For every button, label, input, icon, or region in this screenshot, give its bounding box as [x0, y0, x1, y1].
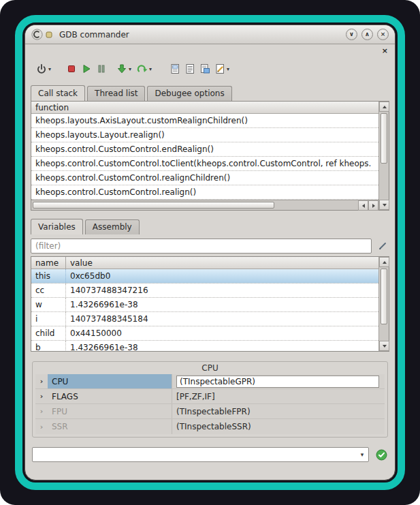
send-command-button[interactable] — [374, 448, 388, 461]
shade-icon: ∨ — [349, 31, 354, 37]
view-memory-button[interactable] — [198, 61, 212, 77]
dock-header: × — [25, 44, 395, 57]
register-name: SSR — [48, 419, 172, 434]
variable-name: i — [31, 312, 66, 326]
chevron-down-icon: ▾ — [361, 451, 364, 458]
document-edit-icon — [214, 63, 225, 74]
dock-close-button[interactable]: × — [382, 47, 388, 55]
variable-name: child — [31, 326, 66, 340]
step-into-button[interactable]: ▾ — [115, 61, 133, 77]
filter-input[interactable] — [31, 239, 372, 254]
tab-variables[interactable]: Variables — [31, 219, 83, 234]
view-list-button[interactable] — [183, 61, 197, 77]
register-row[interactable]: › FPU (TInspectableFPR) — [35, 404, 385, 419]
register-value-cell — [172, 374, 385, 388]
clear-filter-button[interactable] — [376, 239, 389, 253]
power-button[interactable]: ▾ — [35, 61, 52, 77]
command-combobox[interactable]: ▾ — [32, 447, 369, 462]
vertical-scrollbar[interactable] — [378, 102, 389, 210]
step-over-icon — [137, 63, 148, 74]
callstack-rows: kheops.layouts.AxisLayout.customRealignC… — [31, 114, 378, 200]
scroll-down-button[interactable] — [379, 341, 389, 351]
expander-icon[interactable]: › — [35, 408, 48, 415]
register-row[interactable]: › FLAGS [PF,ZF,IF] — [35, 389, 385, 404]
variable-row[interactable]: i 140737488345184 — [31, 312, 378, 326]
power-dropdown-icon[interactable]: ▾ — [48, 66, 51, 72]
document-icon — [169, 63, 180, 74]
register-name: CPU — [48, 374, 172, 388]
column-header-value[interactable]: value — [66, 257, 97, 269]
variable-value: 140737488345184 — [66, 312, 378, 326]
step-into-icon — [116, 63, 127, 74]
variables-rows: this 0xc65db0 cc 140737488347216 w 1.432… — [31, 269, 378, 351]
expander-icon[interactable]: › — [35, 393, 48, 400]
arrow-right-icon — [372, 204, 375, 208]
view-custom-button[interactable]: ▾ — [213, 61, 231, 77]
app-icon — [31, 29, 43, 40]
register-row[interactable]: › CPU — [35, 374, 385, 389]
gdb-commander-window: GDB commander ∨ ∧ × × ▾ — [25, 25, 395, 480]
expander-icon[interactable]: › — [35, 378, 48, 385]
callstack-frame-row[interactable]: kheops.control.CustomControl.toClient(kh… — [31, 157, 378, 171]
tab-thread-list[interactable]: Thread list — [87, 86, 145, 101]
scrollbar-thumb[interactable] — [381, 113, 387, 164]
step-over-dropdown-icon[interactable]: ▾ — [149, 66, 152, 72]
stop-button[interactable] — [65, 61, 78, 77]
arrow-down-icon — [383, 204, 387, 206]
variable-name: this — [31, 269, 66, 283]
vertical-scrollbar[interactable] — [378, 257, 389, 351]
top-tabbar: Call stack Thread list Debugee options — [31, 85, 389, 101]
column-header-name[interactable]: name — [31, 257, 66, 269]
scrollbar-thumb[interactable] — [33, 202, 274, 209]
shade-button[interactable]: ∨ — [346, 29, 357, 40]
scrollbar-track[interactable] — [379, 165, 389, 200]
step-over-button[interactable]: ▾ — [135, 61, 153, 77]
variable-row[interactable]: w 1.43266961e-38 — [31, 298, 378, 312]
window-frame: GDB commander ∨ ∧ × × ▾ — [15, 15, 405, 490]
scrollbar-track[interactable] — [379, 326, 389, 341]
run-button[interactable] — [80, 61, 93, 77]
scrollbar-thumb[interactable] — [381, 269, 387, 324]
callstack-frame-row[interactable]: kheops.layouts.AxisLayout.customRealignC… — [31, 114, 378, 128]
callstack-frame-row[interactable]: kheops.control.CustomControl.realign() — [31, 185, 378, 200]
register-row[interactable]: › SSR (TInspectableSSR) — [35, 419, 385, 434]
scroll-up-button[interactable] — [379, 102, 389, 112]
scroll-down-button[interactable] — [379, 200, 389, 210]
tab-assembly[interactable]: Assembly — [85, 219, 140, 234]
variable-row[interactable]: b 1.43266961e-38 — [31, 341, 378, 351]
view-custom-dropdown-icon[interactable]: ▾ — [227, 66, 229, 72]
view-source-button[interactable] — [168, 61, 182, 77]
callstack-frame-row[interactable]: kheops.control.CustomControl.realignChil… — [31, 171, 378, 185]
pause-button[interactable] — [95, 61, 108, 77]
desktop-background: GDB commander ∨ ∧ × × ▾ — [0, 0, 420, 505]
call-stack-panel: function kheops.layouts.AxisLayout.custo… — [31, 101, 389, 211]
variable-value: 0x44150000 — [66, 326, 378, 340]
arrow-down-icon — [383, 345, 387, 348]
expander-icon[interactable]: › — [35, 423, 48, 431]
callstack-frame-row[interactable]: kheops.control.CustomControl.endRealign(… — [31, 142, 378, 157]
arrow-left-icon — [362, 204, 365, 208]
scrollbar-track[interactable] — [276, 200, 358, 210]
variable-row[interactable]: this 0xc65db0 — [31, 269, 378, 284]
variable-row[interactable]: child 0x44150000 — [31, 326, 378, 341]
check-icon — [376, 449, 387, 461]
callstack-frame-row[interactable]: kheops.layouts.Layout.realign() — [31, 128, 378, 142]
column-header-function[interactable]: function — [31, 102, 73, 113]
callstack-header: function — [31, 102, 378, 114]
close-button[interactable]: × — [377, 29, 389, 40]
combo-dropdown-button[interactable]: ▾ — [356, 448, 368, 461]
horizontal-scrollbar[interactable] — [31, 200, 378, 210]
debug-toolbar: ▾ — [25, 57, 395, 81]
tab-call-stack[interactable]: Call stack — [31, 85, 85, 101]
step-into-dropdown-icon[interactable]: ▾ — [129, 66, 131, 72]
tab-debugee-options[interactable]: Debugee options — [147, 86, 231, 101]
command-input[interactable] — [33, 450, 356, 459]
restore-button[interactable]: ∧ — [361, 29, 373, 40]
variable-row[interactable]: cc 140737488347216 — [31, 284, 378, 298]
scroll-right-button[interactable] — [368, 200, 378, 211]
stop-icon — [66, 63, 77, 74]
pause-icon — [96, 63, 107, 74]
scroll-left-button[interactable] — [358, 200, 368, 211]
register-value-input[interactable] — [176, 376, 379, 388]
scroll-up-button[interactable] — [379, 257, 389, 267]
